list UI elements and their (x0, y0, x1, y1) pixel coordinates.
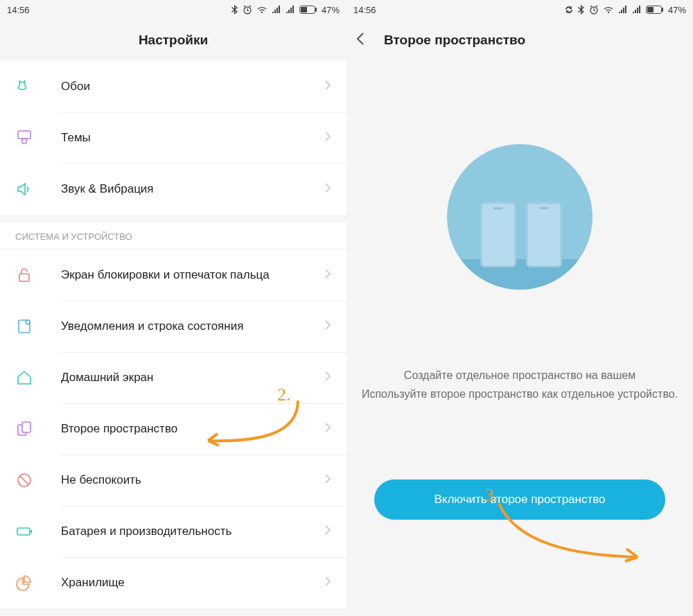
screen-second-space: 14:56 47% Второе пространство Создайте о… (346, 0, 693, 616)
row-sound[interactable]: Звук & Вибрация (0, 164, 346, 215)
chevron-right-icon (324, 371, 331, 385)
svg-point-8 (26, 320, 30, 324)
battery-percent: 47% (668, 5, 686, 15)
battery-perf-icon (15, 522, 43, 540)
battery-percent: 47% (322, 5, 340, 15)
row-homescreen[interactable]: Домашний экран (0, 352, 346, 403)
phone-icon (480, 202, 516, 267)
alarm-icon (243, 5, 252, 15)
status-icons: 47% (231, 5, 340, 15)
row-label: Хранилище (43, 575, 324, 590)
status-time: 14:56 (7, 5, 30, 15)
status-time: 14:56 (353, 5, 376, 15)
dnd-icon (15, 471, 43, 489)
signal2-icon (632, 6, 642, 14)
row-label: Уведомления и строка состояния (43, 319, 324, 334)
row-wallpaper[interactable]: Обои (0, 61, 346, 112)
status-bar: 14:56 47% (346, 0, 693, 19)
wifi-icon (256, 6, 267, 14)
second-space-content: Создайте отдельное пространство на вашем… (346, 61, 693, 616)
alarm-icon (589, 5, 599, 15)
chevron-left-icon (356, 32, 365, 46)
home-icon (15, 369, 43, 387)
row-themes[interactable]: Темы (0, 112, 346, 164)
chevron-right-icon (324, 422, 331, 436)
row-label: Не беспокоить (43, 473, 324, 488)
svg-rect-10 (22, 422, 30, 432)
row-label: Звук & Вибрация (43, 182, 324, 197)
chevron-right-icon (324, 182, 331, 196)
notifications-icon (15, 317, 43, 335)
sync-icon (564, 5, 574, 15)
row-label: Обои (43, 79, 324, 94)
row-label: Домашний экран (43, 370, 324, 385)
row-label: Темы (43, 130, 324, 146)
row-battery[interactable]: Батарея и производительность (0, 506, 346, 557)
svg-rect-4 (18, 131, 30, 139)
phone-icon (526, 202, 562, 267)
signal1-icon (272, 6, 281, 14)
storage-icon (15, 574, 43, 592)
wifi-icon (603, 6, 614, 14)
list-system: Экран блокировки и отпечаток пальца Увед… (0, 249, 346, 608)
sound-icon (15, 180, 43, 198)
row-storage[interactable]: Хранилище (0, 557, 346, 608)
svg-rect-13 (30, 530, 32, 533)
row-label: Экран блокировки и отпечаток пальца (43, 267, 324, 283)
hero-illustration (447, 144, 593, 290)
header: Настройки (0, 19, 346, 61)
status-icons: 47% (564, 5, 686, 15)
battery-icon (646, 6, 664, 14)
row-dnd[interactable]: Не беспокоить (0, 455, 346, 506)
chevron-right-icon (324, 525, 331, 538)
chevron-right-icon (324, 131, 331, 145)
svg-rect-17 (662, 8, 663, 12)
screen-settings: 14:56 47% Настройки Обои Темы (0, 0, 346, 616)
svg-rect-12 (17, 528, 30, 535)
header: Второе пространство (346, 19, 693, 61)
svg-rect-16 (647, 7, 653, 12)
row-label: Второе пространство (43, 421, 324, 437)
signal1-icon (618, 6, 628, 14)
section-header: СИСТЕМА И УСТРОЙСТВО (0, 223, 346, 249)
row-label: Батарея и производительность (43, 524, 324, 539)
chevron-right-icon (324, 473, 331, 487)
cta-label: Включить второе пространство (434, 493, 605, 507)
svg-rect-6 (19, 274, 29, 281)
signal2-icon (286, 6, 295, 14)
battery-icon (299, 6, 317, 14)
chevron-right-icon (324, 319, 331, 333)
enable-second-space-button[interactable]: Включить второе пространство (374, 479, 665, 520)
desc-line-1: Создайте отдельное пространство на вашем (362, 366, 678, 385)
desc-line-2: Используйте второе пространство как отде… (362, 385, 678, 403)
row-second-space[interactable]: Второе пространство (0, 403, 346, 455)
row-notifications[interactable]: Уведомления и строка состояния (0, 301, 346, 352)
themes-icon (15, 129, 43, 147)
second-space-icon (15, 420, 43, 438)
svg-rect-2 (301, 7, 307, 12)
row-lockscreen[interactable]: Экран блокировки и отпечаток пальца (0, 249, 346, 301)
status-bar: 14:56 47% (0, 0, 346, 19)
chevron-right-icon (324, 576, 331, 590)
description: Создайте отдельное пространство на вашем… (349, 366, 690, 403)
lock-icon (15, 266, 43, 284)
wallpaper-icon (15, 78, 43, 96)
chevron-right-icon (324, 268, 331, 282)
bluetooth-icon (578, 5, 585, 15)
back-button[interactable] (356, 32, 365, 49)
section-gap (0, 215, 346, 223)
list-top: Обои Темы Звук & Вибрация (0, 61, 346, 215)
svg-rect-3 (315, 8, 317, 12)
page-title: Настройки (139, 33, 208, 48)
page-title: Второе пространство (384, 33, 525, 48)
svg-rect-5 (22, 139, 26, 143)
bluetooth-icon (231, 5, 238, 15)
chevron-right-icon (324, 80, 331, 94)
